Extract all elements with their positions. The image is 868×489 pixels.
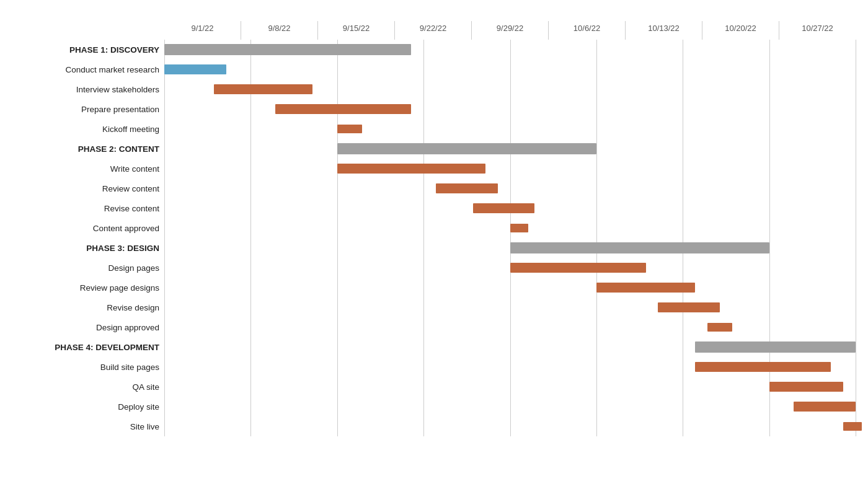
row-label: Interview stakeholders bbox=[6, 79, 164, 99]
bar-row bbox=[164, 218, 856, 238]
gantt-bar bbox=[510, 224, 529, 232]
row-label: Content approved bbox=[6, 218, 164, 238]
gantt-bar bbox=[275, 104, 411, 114]
row-label: Revise content bbox=[6, 198, 164, 218]
row-label: Revise design bbox=[6, 297, 164, 317]
gantt-bar bbox=[337, 143, 596, 154]
date-header: 9/1/229/8/229/15/229/22/229/29/2210/6/22… bbox=[164, 21, 856, 40]
labels-column: PHASE 1: DISCOVERYConduct market researc… bbox=[6, 21, 164, 436]
bars-area bbox=[164, 40, 856, 436]
bar-row bbox=[164, 416, 856, 436]
gantt-bar bbox=[596, 283, 695, 293]
gantt-bar bbox=[658, 302, 720, 312]
row-label: Design approved bbox=[6, 317, 164, 337]
gantt-bar bbox=[510, 242, 769, 253]
bar-row bbox=[164, 139, 856, 159]
date-label: 9/22/22 bbox=[394, 21, 471, 40]
gantt-bar bbox=[794, 402, 856, 412]
date-label: 9/1/22 bbox=[164, 21, 241, 40]
bar-row bbox=[164, 79, 856, 99]
gantt-bar bbox=[164, 64, 226, 74]
gantt-bar bbox=[214, 84, 312, 94]
bar-row bbox=[164, 357, 856, 377]
grid-line bbox=[856, 40, 856, 436]
date-label: 9/15/22 bbox=[317, 21, 394, 40]
gantt-wrapper: PHASE 1: DISCOVERYConduct market researc… bbox=[6, 21, 856, 436]
bar-row bbox=[164, 278, 856, 297]
gantt-bar bbox=[707, 323, 732, 332]
row-label: Review content bbox=[6, 178, 164, 198]
bar-row bbox=[164, 297, 856, 317]
row-label: Conduct market research bbox=[6, 59, 164, 79]
gantt-bar bbox=[164, 44, 411, 55]
row-label: PHASE 3: DESIGN bbox=[6, 238, 164, 258]
chart-area: 9/1/229/8/229/15/229/22/229/29/2210/6/22… bbox=[164, 21, 856, 436]
bar-row bbox=[164, 198, 856, 218]
date-label: 10/6/22 bbox=[548, 21, 625, 40]
bar-row bbox=[164, 397, 856, 416]
row-label: Write content bbox=[6, 159, 164, 178]
date-label: 10/13/22 bbox=[625, 21, 702, 40]
row-label: Review page designs bbox=[6, 278, 164, 297]
date-label: 9/8/22 bbox=[241, 21, 317, 40]
row-label: Prepare presentation bbox=[6, 99, 164, 119]
bar-row bbox=[164, 337, 856, 357]
bar-row bbox=[164, 40, 856, 59]
gantt-bar bbox=[337, 164, 485, 174]
bar-row bbox=[164, 258, 856, 278]
row-label: PHASE 2: CONTENT bbox=[6, 139, 164, 159]
row-label: PHASE 4: DEVELOPMENT bbox=[6, 337, 164, 357]
chart-container: PHASE 1: DISCOVERYConduct market researc… bbox=[0, 0, 868, 489]
row-label: Kickoff meeting bbox=[6, 119, 164, 139]
bar-row bbox=[164, 178, 856, 198]
bar-row bbox=[164, 238, 856, 258]
row-label: QA site bbox=[6, 377, 164, 397]
gantt-bar bbox=[843, 422, 862, 431]
row-label: Site live bbox=[6, 416, 164, 436]
date-label: 10/20/22 bbox=[702, 21, 779, 40]
gantt-bar bbox=[695, 362, 831, 372]
bar-row bbox=[164, 377, 856, 397]
row-label: Build site pages bbox=[6, 357, 164, 377]
gantt-bar bbox=[695, 341, 856, 353]
bar-row bbox=[164, 317, 856, 337]
gantt-bar bbox=[510, 263, 646, 273]
gantt-bar bbox=[337, 125, 362, 133]
gantt-bar bbox=[436, 183, 498, 193]
bar-row bbox=[164, 59, 856, 79]
bar-row bbox=[164, 159, 856, 178]
gantt-bar bbox=[769, 382, 843, 392]
bar-row bbox=[164, 119, 856, 139]
row-label: PHASE 1: DISCOVERY bbox=[6, 40, 164, 59]
date-label: 9/29/22 bbox=[471, 21, 548, 40]
bar-row bbox=[164, 99, 856, 119]
row-label: Deploy site bbox=[6, 397, 164, 416]
row-label: Design pages bbox=[6, 258, 164, 278]
date-label: 10/27/22 bbox=[779, 21, 856, 40]
gantt-bar bbox=[473, 203, 535, 213]
